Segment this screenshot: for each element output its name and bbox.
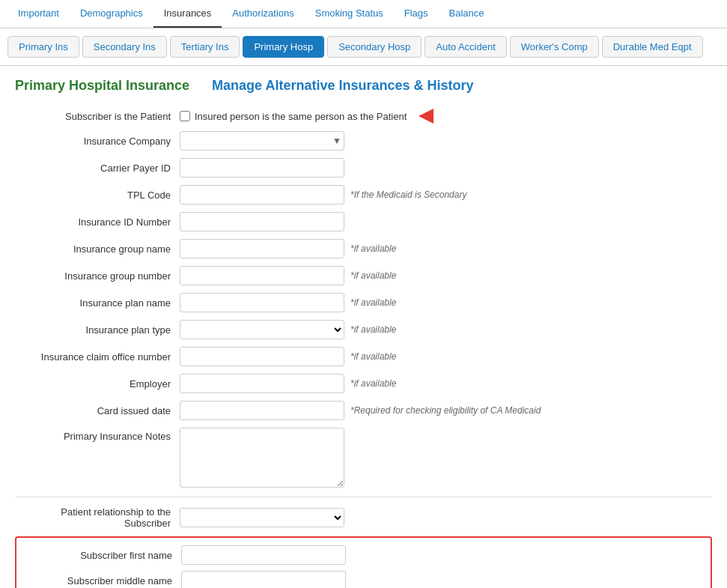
patient-relationship-select[interactable]: Self Spouse Child Other bbox=[180, 508, 344, 527]
arrow-annotation bbox=[419, 109, 434, 124]
section-headers: Primary Hospital Insurance Manage Altern… bbox=[15, 78, 712, 94]
group-number-input[interactable] bbox=[180, 266, 344, 285]
patient-relationship-row: Patient relationship to the Subscriber S… bbox=[15, 506, 712, 529]
tpl-code-row: TPL Code *If the Medicaid is Secondary bbox=[15, 185, 712, 204]
patient-relationship-label: Patient relationship to the Subscriber bbox=[15, 506, 180, 529]
tab-important[interactable]: Important bbox=[7, 0, 70, 28]
main-content: Primary Hospital Insurance Manage Altern… bbox=[0, 66, 727, 588]
subscriber-patient-label: Subscriber is the Patient bbox=[15, 111, 180, 122]
subtab-durable-med[interactable]: Durable Med Eqpt bbox=[602, 36, 703, 58]
subtab-primary-hosp[interactable]: Primary Hosp bbox=[243, 36, 324, 58]
subscriber-middlename-input[interactable] bbox=[181, 571, 346, 588]
plan-name-hint: *if available bbox=[350, 297, 396, 308]
insurance-id-input[interactable] bbox=[180, 212, 344, 231]
group-name-label: Insurance group name bbox=[15, 243, 180, 255]
card-issued-row: Card issued date *Required for checking … bbox=[15, 401, 712, 420]
tpl-code-label: TPL Code bbox=[15, 190, 180, 201]
tab-smoking-status[interactable]: Smoking Status bbox=[305, 0, 394, 28]
notes-row: Primary Insurance Notes bbox=[15, 428, 712, 488]
card-issued-input[interactable] bbox=[180, 401, 344, 420]
subscriber-section: Subscriber first name Subscriber middle … bbox=[15, 536, 712, 588]
group-number-hint: *if available bbox=[350, 270, 396, 281]
plan-type-row: Insurance plan type Assignment of Benefi… bbox=[15, 320, 712, 339]
section-title-manage-alt: Manage Alternative Insurances & History bbox=[212, 78, 473, 94]
carrier-payer-row: Carrier Payer ID bbox=[15, 158, 712, 178]
sub-tab-bar: Primary Ins Secondary Ins Tertiary Ins P… bbox=[0, 28, 727, 66]
claim-office-hint: *if available bbox=[350, 351, 396, 362]
group-name-hint: *if available bbox=[350, 243, 396, 254]
tpl-code-input[interactable] bbox=[180, 185, 344, 204]
group-name-row: Insurance group name *if available bbox=[15, 239, 712, 258]
plan-type-select[interactable]: Assignment of Benefits Capitated Indemni… bbox=[180, 320, 344, 339]
tab-flags[interactable]: Flags bbox=[394, 0, 439, 28]
claim-office-label: Insurance claim office number bbox=[15, 351, 180, 363]
insurance-form: Subscriber is the Patient Insured person… bbox=[15, 109, 712, 588]
tpl-code-hint: *If the Medicaid is Secondary bbox=[350, 190, 466, 200]
subtab-primary-ins[interactable]: Primary Ins bbox=[7, 36, 79, 58]
subtab-tertiary-ins[interactable]: Tertiary Ins bbox=[170, 36, 240, 58]
notes-label: Primary Insurance Notes bbox=[15, 428, 180, 442]
subscriber-patient-row: Subscriber is the Patient Insured person… bbox=[15, 109, 712, 124]
plan-name-row: Insurance plan name *if available bbox=[15, 293, 712, 312]
insurance-id-row: Insurance ID Number bbox=[15, 212, 712, 231]
claim-office-row: Insurance claim office number *if availa… bbox=[15, 347, 712, 366]
carrier-payer-label: Carrier Payer ID bbox=[15, 163, 180, 174]
subscriber-middlename-label: Subscriber middle name bbox=[16, 575, 181, 587]
subscriber-firstname-input[interactable] bbox=[181, 545, 346, 565]
insurance-company-label: Insurance Company bbox=[15, 136, 180, 147]
tab-balance[interactable]: Balance bbox=[439, 0, 495, 28]
card-issued-hint: *Required for checking eligibility of CA… bbox=[350, 405, 541, 416]
group-number-row: Insurance group number *if available bbox=[15, 266, 712, 285]
top-navigation: Important Demographics Insurances Author… bbox=[0, 0, 727, 28]
insurance-id-label: Insurance ID Number bbox=[15, 216, 180, 228]
insurance-company-wrapper: ▼ bbox=[180, 131, 344, 151]
tab-insurances[interactable]: Insurances bbox=[153, 0, 222, 28]
insurance-company-dropdown-btn[interactable]: ▼ bbox=[332, 136, 341, 146]
plan-type-label: Insurance plan type bbox=[15, 324, 180, 336]
subtab-secondary-hosp[interactable]: Secondary Hosp bbox=[327, 36, 422, 58]
subscriber-middlename-row: Subscriber middle name bbox=[16, 571, 711, 588]
subtab-secondary-ins[interactable]: Secondary Ins bbox=[82, 36, 167, 58]
employer-label: Employer bbox=[15, 378, 180, 390]
group-name-input[interactable] bbox=[180, 239, 344, 258]
claim-office-input[interactable] bbox=[180, 347, 344, 366]
group-number-label: Insurance group number bbox=[15, 270, 180, 282]
notes-textarea[interactable] bbox=[180, 428, 344, 488]
employer-input[interactable] bbox=[180, 374, 344, 393]
subscriber-patient-checkbox[interactable] bbox=[180, 111, 190, 121]
carrier-payer-input[interactable] bbox=[180, 158, 344, 178]
plan-type-hint: *if available bbox=[350, 324, 396, 335]
card-issued-label: Card issued date bbox=[15, 405, 180, 416]
insurance-company-row: Insurance Company ▼ bbox=[15, 131, 712, 151]
subscriber-firstname-row: Subscriber first name bbox=[16, 545, 711, 565]
subscriber-patient-checkbox-group: Insured person is the same person as the… bbox=[180, 109, 434, 124]
employer-row: Employer *if available bbox=[15, 374, 712, 393]
employer-hint: *if available bbox=[350, 378, 396, 389]
subscriber-patient-checkbox-label: Insured person is the same person as the… bbox=[195, 111, 407, 122]
subtab-workers-comp[interactable]: Worker's Comp bbox=[510, 36, 599, 58]
tab-demographics[interactable]: Demographics bbox=[70, 0, 153, 28]
form-divider bbox=[15, 497, 712, 497]
red-arrow-icon bbox=[419, 109, 434, 124]
plan-name-input[interactable] bbox=[180, 293, 344, 312]
subtab-auto-accident[interactable]: Auto Accident bbox=[425, 36, 507, 58]
section-title-primary-hospital: Primary Hospital Insurance bbox=[15, 78, 189, 94]
insurance-company-input[interactable] bbox=[180, 131, 344, 151]
subscriber-firstname-label: Subscriber first name bbox=[16, 550, 181, 561]
tab-authorizations[interactable]: Authorizations bbox=[222, 0, 304, 28]
plan-name-label: Insurance plan name bbox=[15, 297, 180, 309]
